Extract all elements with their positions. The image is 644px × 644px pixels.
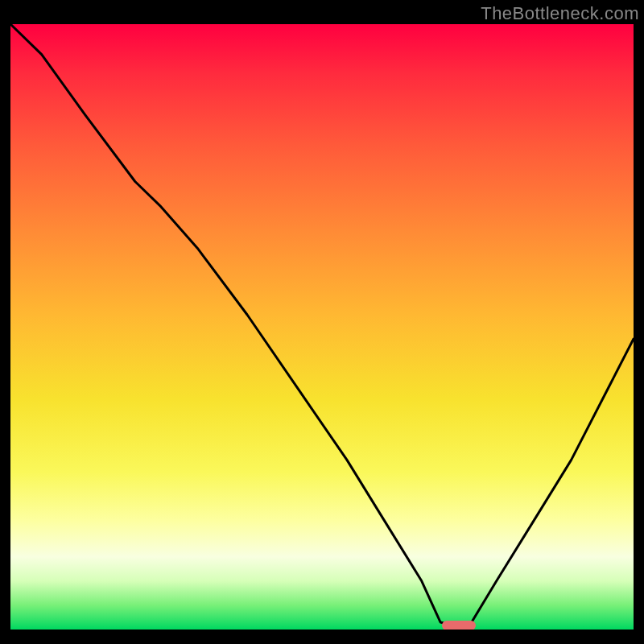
x-axis [0,630,644,644]
optimal-marker [442,621,476,630]
plot-area [10,24,634,630]
bottleneck-curve-path [10,24,634,626]
y-axis [0,0,10,644]
watermark-text: TheBottleneck.com [481,3,639,24]
bottleneck-curve [10,24,634,630]
